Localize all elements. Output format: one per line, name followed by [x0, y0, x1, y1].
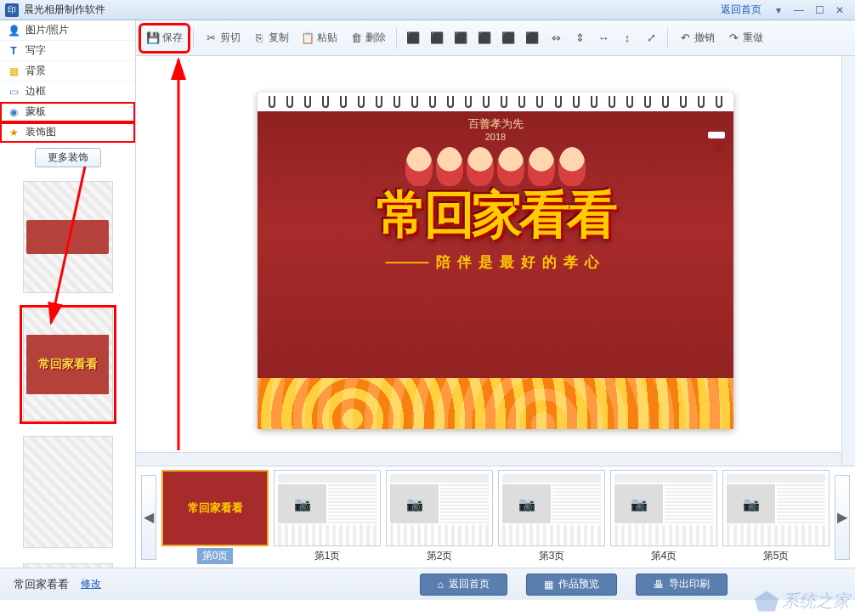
paste-button[interactable]: 📋 粘贴: [296, 25, 343, 51]
align-center-h-button[interactable]: ⬛: [426, 25, 448, 51]
strip-next-button[interactable]: ▶: [835, 475, 850, 560]
titlebar: 印 晨光相册制作软件 返回首页 ▾ — ☐ ✕: [0, 0, 855, 20]
sidebar-item-background[interactable]: ▦ 背景: [0, 61, 135, 82]
home-link[interactable]: 返回首页: [721, 3, 762, 17]
decoration-preview: 常回家看看: [26, 335, 110, 394]
equal-width-button[interactable]: ↔: [592, 25, 614, 51]
redo-icon: ↷: [727, 31, 740, 45]
camera-icon: 📷: [614, 484, 663, 523]
canvas-area[interactable]: 百善孝为先 2018 戊戌年 常回家看看 ———陪伴是最好的孝心 ▭ ✕: [136, 56, 855, 466]
app-icon: 印: [5, 3, 19, 17]
camera-icon: 📷: [390, 484, 439, 523]
print-icon: 🖶: [654, 579, 664, 591]
mask-icon: ◉: [7, 105, 20, 119]
text-icon: T: [7, 44, 20, 58]
sidebar: 👤 图片/照片 T 写字 ▦ 背景 ▭ 边框 ◉ 蒙板 ★ 装饰图 更多装饰: [0, 20, 136, 568]
decoration-thumb[interactable]: [23, 563, 113, 568]
close-button[interactable]: ✕: [830, 3, 850, 18]
toolbar: 💾 保存 ✂ 剪切 ⎘ 复制 📋 粘贴 🗑 删除 ⬛ ⬛ ⬛: [136, 20, 855, 56]
distribute-h-icon: ⇔: [549, 31, 563, 45]
more-decorations-button[interactable]: 更多装饰: [35, 148, 101, 167]
sidebar-item-text[interactable]: T 写字: [0, 41, 135, 61]
page-thumb-3[interactable]: 📷 第3页: [498, 470, 605, 564]
align-top-icon: ⬛: [478, 31, 491, 45]
sidebar-item-label: 写字: [25, 43, 46, 58]
copy-button[interactable]: ⎘ 复制: [247, 25, 294, 51]
album-year: 2018: [258, 132, 733, 142]
album-page[interactable]: 百善孝为先 2018 戊戌年 常回家看看 ———陪伴是最好的孝心 ▭ ✕: [258, 93, 733, 429]
sidebar-item-label: 图片/照片: [25, 23, 69, 37]
sidebar-item-mask[interactable]: ◉ 蒙板: [0, 102, 135, 122]
equal-width-icon: ↔: [597, 31, 610, 45]
distribute-h-button[interactable]: ⇔: [545, 25, 567, 51]
bottom-bar: 常回家看看 修改 ⌂ 返回首页 ▦ 作品预览 🖶 导出印刷: [0, 568, 855, 600]
align-left-button[interactable]: ⬛: [402, 25, 424, 51]
project-name: 常回家看看: [14, 577, 69, 592]
sidebar-item-photo[interactable]: 👤 图片/照片: [0, 20, 135, 41]
camera-icon: 📷: [278, 484, 326, 523]
person-icon: 👤: [7, 24, 20, 37]
page-thumb-4[interactable]: 📷 第4页: [610, 470, 717, 564]
minimize-button[interactable]: —: [789, 3, 809, 18]
camera-icon: 📷: [502, 484, 551, 523]
sidebar-item-decoration[interactable]: ★ 装饰图: [0, 122, 135, 143]
preview-button[interactable]: ▦ 作品预览: [526, 574, 617, 596]
save-icon: 💾: [146, 31, 160, 45]
scissors-icon: ✂: [204, 31, 218, 45]
paste-icon: 📋: [301, 31, 314, 45]
sidebar-item-label: 背景: [25, 64, 46, 78]
align-left-icon: ⬛: [406, 31, 420, 45]
sidebar-item-border[interactable]: ▭ 边框: [0, 82, 135, 102]
preview-icon: ▦: [544, 579, 553, 591]
align-top-button[interactable]: ⬛: [473, 25, 495, 51]
flower-decoration: [258, 378, 733, 429]
album-top-text: 百善孝为先: [258, 116, 733, 132]
star-icon: ★: [7, 126, 20, 139]
album-main-title: 常回家看看: [258, 189, 733, 240]
page-thumb-0[interactable]: 常回家看看 第0页: [161, 470, 269, 564]
align-bottom-button[interactable]: ⬛: [521, 25, 543, 51]
redo-button[interactable]: ↷ 重做: [722, 25, 768, 51]
page-thumb-2[interactable]: 📷 第2页: [386, 470, 493, 564]
sidebar-item-label: 蒙板: [25, 105, 46, 119]
vertical-scrollbar[interactable]: [841, 56, 855, 466]
app-title: 晨光相册制作软件: [24, 3, 105, 17]
align-center-v-icon: ⬛: [501, 31, 515, 45]
page-thumb-5[interactable]: 📷 第5页: [722, 470, 830, 564]
copy-icon: ⎘: [252, 31, 266, 45]
modify-link[interactable]: 修改: [81, 577, 101, 591]
delete-button[interactable]: 🗑 删除: [344, 25, 391, 51]
align-center-v-button[interactable]: ⬛: [497, 25, 519, 51]
distribute-v-button[interactable]: ⇕: [569, 25, 591, 51]
spiral-binding: [258, 93, 733, 111]
border-icon: ▭: [7, 85, 20, 99]
settings-dropdown-icon[interactable]: ▾: [768, 3, 789, 18]
undo-icon: ↶: [678, 31, 692, 45]
save-button[interactable]: 💾 保存: [141, 25, 188, 51]
horizontal-scrollbar[interactable]: [136, 452, 841, 466]
background-icon: ▦: [7, 65, 20, 78]
strip-prev-button[interactable]: ◀: [141, 475, 156, 560]
equal-size-icon: ⤢: [644, 31, 658, 45]
album-subtitle: ———陪伴是最好的孝心: [258, 252, 733, 272]
back-home-button[interactable]: ⌂ 返回首页: [420, 574, 507, 596]
decoration-thumb[interactable]: 常回家看看: [23, 308, 113, 421]
sidebar-item-label: 装饰图: [25, 125, 56, 139]
maximize-button[interactable]: ☐: [809, 3, 830, 18]
export-print-button[interactable]: 🖶 导出印刷: [636, 574, 728, 596]
equal-height-icon: ↕: [620, 31, 634, 45]
decoration-thumb[interactable]: [23, 436, 113, 548]
undo-button[interactable]: ↶ 撤销: [673, 25, 720, 51]
home-icon: ⌂: [438, 579, 444, 591]
cut-button[interactable]: ✂ 剪切: [199, 25, 246, 51]
align-right-button[interactable]: ⬛: [450, 25, 472, 51]
equal-height-button[interactable]: ↕: [616, 25, 638, 51]
trash-icon: 🗑: [349, 31, 363, 45]
decoration-thumb[interactable]: [23, 181, 113, 293]
decoration-panel: 常回家看看: [0, 172, 135, 568]
equal-size-button[interactable]: ⤢: [640, 25, 662, 51]
distribute-v-icon: ⇕: [573, 31, 586, 45]
page-thumb-1[interactable]: 📷 第1页: [274, 470, 381, 564]
camera-icon: 📷: [727, 484, 775, 523]
align-center-h-icon: ⬛: [430, 31, 444, 45]
